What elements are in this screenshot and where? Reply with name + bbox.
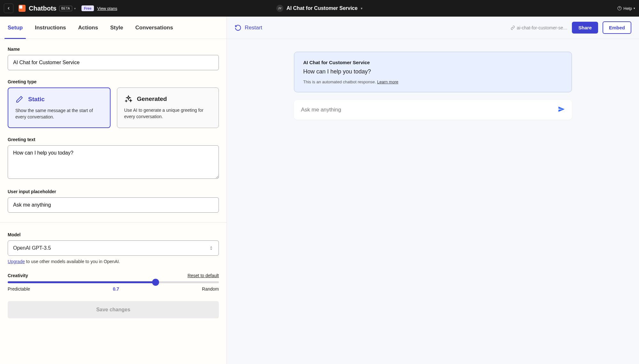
preview-panel: Restart ai-chat-for-customer-se… Share E… [227,17,639,364]
placeholder-input[interactable] [8,197,219,213]
share-button[interactable]: Share [572,22,598,34]
help-link[interactable]: Help ▾ [617,6,635,11]
generated-card-desc: Use AI to generate a unique greeting for… [124,107,212,120]
placeholder-label: User input placeholder [8,189,219,194]
send-icon [558,106,565,113]
preview-footer: This is an automated chatbot response. L… [303,80,563,84]
slug-text: ai-chat-for-customer-se… [517,25,568,30]
static-card-desc: Show the same message at the start of ev… [15,107,103,120]
upgrade-link[interactable]: Upgrade [8,259,25,264]
greeting-text-input[interactable] [8,145,219,179]
sparkle-icon [124,95,133,103]
preview-chat-input-container [294,100,572,120]
chatbot-slug[interactable]: ai-chat-for-customer-se… [511,25,568,30]
upgrade-hint-text: to use other models available to you in … [25,259,120,264]
select-chevron-icon [209,245,213,251]
reset-to-default-link[interactable]: Reset to default [188,273,219,278]
app-name: Chatbots [29,5,57,12]
slider-value: 0.7 [113,286,119,292]
plan-badge: Free [81,5,94,11]
tab-actions[interactable]: Actions [78,17,98,39]
static-card-title: Static [28,96,45,103]
slider-thumb[interactable] [152,279,159,286]
tab-instructions[interactable]: Instructions [35,17,66,39]
greeting-type-generated-card[interactable]: Generated Use AI to generate a unique gr… [117,87,219,128]
generated-card-title: Generated [137,95,167,102]
upgrade-hint: Upgrade to use other models available to… [8,259,219,264]
model-label: Model [8,232,219,237]
help-icon [617,6,622,11]
beta-badge: BETA [59,6,72,11]
chevron-down-icon: ▾ [361,6,363,11]
creativity-slider[interactable] [8,281,219,283]
creativity-label: Creativity [8,273,28,278]
view-plans-link[interactable]: View plans [97,6,117,11]
chevron-down-icon[interactable]: ▾ [74,7,76,10]
slider-max-label: Random [202,286,219,292]
tab-conversations[interactable]: Conversations [135,17,173,39]
greeting-preview-card: AI Chat for Customer Service How can I h… [294,52,572,92]
project-name: AI Chat for Customer Service [287,5,358,11]
restart-icon [235,24,242,31]
tab-bar: Setup Instructions Actions Style Convers… [0,17,227,39]
pencil-icon [15,95,24,103]
top-bar: Chatbots BETA ▾ Free View plans JY AI Ch… [0,0,639,17]
slider-min-label: Predictable [8,286,30,292]
tab-style[interactable]: Style [110,17,123,39]
embed-button[interactable]: Embed [603,21,631,34]
greeting-type-static-card[interactable]: Static Show the same message at the star… [8,87,111,128]
preview-footer-text: This is an automated chatbot response. [303,80,377,84]
preview-bot-name: AI Chat for Customer Service [303,60,563,65]
preview-chat-input[interactable] [301,107,558,113]
send-button[interactable] [558,106,565,114]
learn-more-link[interactable]: Learn more [377,80,398,84]
help-label: Help [623,6,632,11]
greeting-type-label: Greeting type [8,79,219,84]
preview-greeting-message: How can I help you today? [303,68,563,75]
model-value: OpenAI GPT-3.5 [13,245,51,251]
save-changes-button[interactable]: Save changes [8,301,219,318]
restart-label: Restart [245,25,262,31]
model-select[interactable]: OpenAI GPT-3.5 [8,240,219,256]
setup-panel: Setup Instructions Actions Style Convers… [0,17,227,364]
name-label: Name [8,47,219,52]
greeting-text-label: Greeting text [8,137,219,142]
chevron-down-icon: ▾ [634,7,635,10]
app-logo-icon [19,5,26,12]
section-divider [0,222,227,223]
tab-setup[interactable]: Setup [8,17,23,39]
project-switcher[interactable]: JY AI Chat for Customer Service ▾ [276,5,363,12]
avatar: JY [276,5,283,12]
back-button[interactable] [4,4,13,13]
link-icon [511,26,515,30]
restart-button[interactable]: Restart [235,24,262,31]
arrow-left-icon [6,6,11,11]
name-input[interactable] [8,55,219,70]
slider-fill [8,281,156,283]
